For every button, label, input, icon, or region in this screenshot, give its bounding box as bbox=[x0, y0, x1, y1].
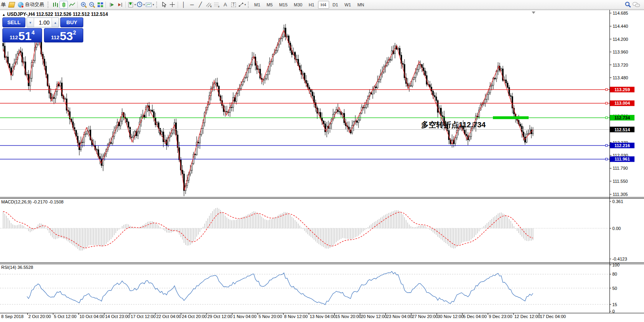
vertical-line-icon: │ bbox=[182, 2, 185, 7]
templates-button[interactable]: ▾ bbox=[145, 1, 155, 9]
chart-shift-icon bbox=[117, 2, 123, 8]
vertical-line-button[interactable]: │ bbox=[180, 1, 188, 9]
channel-button[interactable]: E bbox=[205, 1, 213, 9]
svg-text:23 Nov 04:00: 23 Nov 04:00 bbox=[387, 314, 412, 319]
horizontal-line-icon: ─ bbox=[190, 2, 194, 7]
tile-windows-button[interactable] bbox=[96, 1, 104, 9]
svg-text:20 Nov 12:00: 20 Nov 12:00 bbox=[361, 314, 387, 319]
timeframe-m5[interactable]: M5 bbox=[264, 1, 275, 9]
autotrading-button[interactable]: 自动交易 bbox=[16, 1, 46, 9]
autotrading-icon bbox=[18, 2, 23, 8]
svg-text:112.734: 112.734 bbox=[614, 115, 630, 120]
zoom-in-button[interactable] bbox=[79, 1, 88, 9]
svg-text:9 Dec 23:00: 9 Dec 23:00 bbox=[489, 314, 512, 319]
svg-text:10 Oct 04:00: 10 Oct 04:00 bbox=[80, 314, 105, 319]
zigzag-indicator bbox=[3, 31, 533, 190]
sell-button[interactable]: SELL bbox=[2, 17, 25, 27]
new-order-icon-button[interactable] bbox=[8, 1, 16, 9]
buy-button[interactable]: BUY bbox=[60, 17, 83, 27]
tile-windows-icon bbox=[97, 2, 104, 8]
svg-text:1 Nov 04:00: 1 Nov 04:00 bbox=[233, 314, 257, 319]
sell-price-display[interactable]: 112514 bbox=[2, 28, 42, 42]
timeframe-m1[interactable]: M1 bbox=[251, 1, 263, 9]
chat-bubbles-icon bbox=[632, 2, 640, 8]
buy-price-display[interactable]: 112532 bbox=[44, 28, 84, 42]
svg-text:12 Dec 12:00: 12 Dec 12:00 bbox=[514, 314, 540, 319]
timeframe-h4[interactable]: H4 bbox=[318, 1, 329, 9]
svg-text:113.960: 113.960 bbox=[613, 50, 628, 54]
cursor-button[interactable] bbox=[160, 1, 168, 9]
timeframe-mn[interactable]: MN bbox=[355, 1, 367, 9]
toolbar-grip bbox=[48, 2, 50, 8]
rsi-panel-graphics bbox=[0, 271, 610, 305]
horizontal-line-button[interactable]: ─ bbox=[188, 1, 196, 9]
svg-text:112.514: 112.514 bbox=[614, 127, 630, 132]
autotrading-label: 自动交易 bbox=[25, 1, 44, 8]
toolbar-grip bbox=[156, 2, 158, 8]
bar-chart-button[interactable] bbox=[51, 1, 59, 9]
order-book-icon bbox=[8, 2, 15, 8]
toolbar-separator bbox=[77, 2, 78, 8]
sell-price-prefix: 112 bbox=[10, 34, 18, 41]
buy-price-big: 53 bbox=[60, 31, 73, 41]
svg-text:13 Nov 04:00: 13 Nov 04:00 bbox=[310, 314, 335, 319]
chart-shift-button[interactable] bbox=[116, 1, 124, 9]
arrows-button[interactable]: ▾ bbox=[238, 1, 247, 9]
zoom-out-button[interactable] bbox=[88, 1, 96, 9]
periods-button[interactable]: ▾ bbox=[136, 1, 146, 9]
svg-text:29 Oct 12:00: 29 Oct 12:00 bbox=[207, 314, 232, 319]
svg-text:5 Oct 12:00: 5 Oct 12:00 bbox=[54, 314, 77, 319]
volume-increase-button[interactable]: ▴ bbox=[52, 18, 59, 27]
toolbar-separator bbox=[178, 2, 178, 8]
candlestick-chart-icon bbox=[61, 2, 67, 8]
svg-text:-0.4123: -0.4123 bbox=[612, 257, 627, 261]
chart-header: ▲USDJPY-,H4 112.522 112.526 112.512 112.… bbox=[2, 12, 108, 17]
fibonacci-button[interactable]: F bbox=[213, 1, 221, 9]
text-button[interactable]: A bbox=[221, 1, 230, 9]
svg-text:27 Nov 20:00: 27 Nov 20:00 bbox=[412, 314, 438, 319]
chart-canvas[interactable]: 114.685114.440114.200113.960113.720113.4… bbox=[0, 0, 644, 322]
toolbar-separator bbox=[105, 2, 106, 8]
volume-stepper: ▾ 1.00 ▴ bbox=[27, 17, 59, 27]
autotrading-stopped-dot bbox=[21, 5, 24, 8]
volume-input[interactable]: 1.00 bbox=[34, 18, 52, 27]
sell-price-big: 51 bbox=[18, 31, 31, 41]
timeframe-m15[interactable]: M15 bbox=[276, 1, 290, 9]
buy-price-prefix: 112 bbox=[51, 34, 59, 41]
trendline-button[interactable]: ╱ bbox=[196, 1, 205, 9]
timeframe-h1[interactable]: H1 bbox=[306, 1, 317, 9]
symbol-ohlc-text: USDJPY-,H4 112.522 112.526 112.512 112.5… bbox=[7, 12, 108, 17]
volume-decrease-button[interactable]: ▾ bbox=[27, 18, 34, 27]
collapse-panel-icon[interactable]: ▲ bbox=[2, 13, 6, 17]
timeframe-m30[interactable]: M30 bbox=[291, 1, 305, 9]
crosshair-button[interactable] bbox=[168, 1, 176, 9]
search-button[interactable] bbox=[624, 1, 632, 9]
svg-text:114.685: 114.685 bbox=[613, 11, 628, 15]
new-order-button[interactable]: 单 bbox=[1, 1, 6, 8]
candlestick-chart-button[interactable] bbox=[59, 1, 68, 9]
svg-text:F: F bbox=[218, 6, 220, 8]
line-chart-button[interactable] bbox=[68, 1, 76, 9]
timeframe-w1[interactable]: W1 bbox=[342, 1, 354, 9]
chart-shift-marker[interactable] bbox=[532, 12, 535, 14]
auto-scroll-button[interactable] bbox=[107, 1, 116, 9]
dropdown-arrow-icon: ▾ bbox=[144, 3, 145, 6]
text-label-button[interactable]: T bbox=[230, 1, 238, 9]
svg-text:0.00: 0.00 bbox=[612, 226, 621, 231]
text-icon: A bbox=[224, 2, 227, 7]
clock-icon bbox=[137, 2, 143, 8]
toolbar-separator bbox=[125, 2, 126, 8]
chat-button[interactable] bbox=[632, 1, 641, 9]
svg-text:112.216: 112.216 bbox=[614, 143, 630, 148]
svg-text:111.790: 111.790 bbox=[613, 166, 628, 171]
timeframe-d1[interactable]: D1 bbox=[330, 1, 341, 9]
trendline-icon: ╱ bbox=[199, 2, 202, 7]
panel-frames bbox=[0, 10, 644, 313]
svg-text:8 Nov 12:00: 8 Nov 12:00 bbox=[284, 314, 308, 319]
time-axis[interactable]: 8 Sep 20182 Oct 20:005 Oct 12:0010 Oct 0… bbox=[1, 313, 566, 319]
candles bbox=[3, 24, 534, 196]
new-chart-button[interactable]: ▾ bbox=[127, 1, 136, 9]
svg-text:5 Nov 20:00: 5 Nov 20:00 bbox=[259, 314, 282, 319]
buy-price-sup: 2 bbox=[73, 29, 76, 36]
text-label-icon: T bbox=[231, 2, 236, 7]
